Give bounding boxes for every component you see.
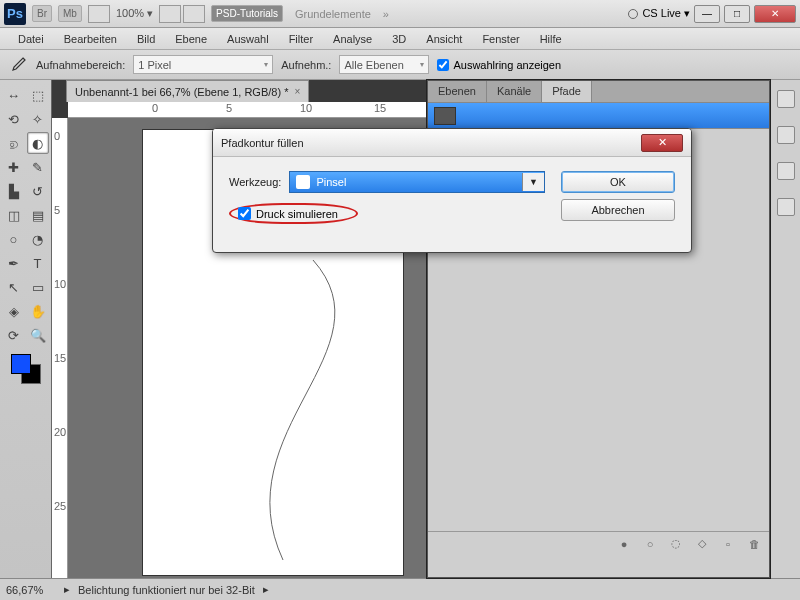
delete-path-icon[interactable]: 🗑 xyxy=(747,537,761,551)
heal-tool[interactable]: ✚ xyxy=(3,156,25,178)
simulate-pressure-label: Druck simulieren xyxy=(256,208,338,220)
path-sel-tool[interactable]: ↖ xyxy=(3,276,25,298)
cslive-menu[interactable]: CS Live ▾ xyxy=(642,7,690,20)
hand-tool[interactable]: ✋ xyxy=(27,300,49,322)
new-path-icon[interactable]: ▫ xyxy=(721,537,735,551)
sample-layers-select[interactable]: Alle Ebenen xyxy=(339,55,429,74)
options-bar: Aufnahmebereich: 1 Pixel Aufnehm.: Alle … xyxy=(0,50,800,80)
blur-tool[interactable]: ○ xyxy=(3,228,25,250)
tab-pfade[interactable]: Pfade xyxy=(542,81,592,102)
window-close[interactable]: ✕ xyxy=(754,5,796,23)
stroke-path-icon[interactable]: ○ xyxy=(643,537,657,551)
ruler-vertical[interactable]: 0 5 10 15 20 25 xyxy=(52,118,68,578)
status-message: Belichtung funktioniert nur bei 32-Bit xyxy=(78,584,255,596)
zoom-dropdown[interactable]: 100% ▾ xyxy=(112,7,157,20)
arrange-dropdown[interactable] xyxy=(159,5,181,23)
right-dock xyxy=(770,80,800,578)
stamp-tool[interactable]: ▙ xyxy=(3,180,25,202)
bridge-chip[interactable]: Br xyxy=(32,5,52,22)
title-bar: Ps Br Mb 100% ▾ PSD-Tutorials Grundeleme… xyxy=(0,0,800,28)
status-zoom[interactable]: 66,67% xyxy=(6,584,56,596)
status-arrow-icon[interactable]: ▸ xyxy=(263,583,269,596)
minibridge-chip[interactable]: Mb xyxy=(58,5,82,22)
sample-size-select[interactable]: 1 Pixel xyxy=(133,55,273,74)
dock-icon-4[interactable] xyxy=(777,198,795,216)
type-tool[interactable]: T xyxy=(27,252,49,274)
tool-label: Werkzeug: xyxy=(229,176,281,188)
gradient-tool[interactable]: ▤ xyxy=(27,204,49,226)
workspace-grundelemente[interactable]: Grundelemente xyxy=(289,8,377,20)
path-to-sel-icon[interactable]: ◌ xyxy=(669,537,683,551)
sel-to-path-icon[interactable]: ◇ xyxy=(695,537,709,551)
dialog-titlebar[interactable]: Pfadkontur füllen ✕ xyxy=(213,129,691,157)
rotate-tool[interactable]: ⟳ xyxy=(3,324,25,346)
dialog-close-button[interactable]: ✕ xyxy=(641,134,683,152)
dialog-title: Pfadkontur füllen xyxy=(221,137,304,149)
brush-icon xyxy=(296,175,310,189)
window-maximize[interactable]: □ xyxy=(724,5,750,23)
color-swatches[interactable] xyxy=(11,354,41,384)
menu-bar: Datei Bearbeiten Bild Ebene Auswahl Filt… xyxy=(0,28,800,50)
move-tool[interactable]: ↔ xyxy=(3,84,25,106)
3d-tool[interactable]: ◈ xyxy=(3,300,25,322)
simulate-pressure-checkbox[interactable]: Druck simulieren xyxy=(238,207,338,220)
lasso-tool[interactable]: ⟲ xyxy=(3,108,25,130)
toolbox: ↔ ⬚ ⟲ ✧ ⟄ ◐ ✚ ✎ ▙ ↺ ◫ ▤ ○ ◔ ✒ T ↖ ▭ ◈ ✋ … xyxy=(0,80,52,578)
panel-tabs: Ebenen Kanäle Pfade xyxy=(428,81,769,103)
document-tab[interactable]: Unbenannt-1 bei 66,7% (Ebene 1, RGB/8) *… xyxy=(66,80,309,102)
shape-tool[interactable]: ▭ xyxy=(27,276,49,298)
foreground-color-swatch[interactable] xyxy=(11,354,31,374)
tab-ebenen[interactable]: Ebenen xyxy=(428,81,487,102)
history-brush-tool[interactable]: ↺ xyxy=(27,180,49,202)
menu-analyse[interactable]: Analyse xyxy=(323,30,382,48)
menu-hilfe[interactable]: Hilfe xyxy=(530,30,572,48)
fill-path-icon[interactable]: ● xyxy=(617,537,631,551)
menu-ebene[interactable]: Ebene xyxy=(165,30,217,48)
brush-tool[interactable]: ✎ xyxy=(27,156,49,178)
marquee-tool[interactable]: ⬚ xyxy=(27,84,49,106)
sample-layers-label: Aufnehm.: xyxy=(281,59,331,71)
window-minimize[interactable]: — xyxy=(694,5,720,23)
workspace-more[interactable]: » xyxy=(383,8,389,20)
sample-ring-label: Auswahlring anzeigen xyxy=(453,59,561,71)
dodge-tool[interactable]: ◔ xyxy=(27,228,49,250)
menu-bild[interactable]: Bild xyxy=(127,30,165,48)
dock-icon-1[interactable] xyxy=(777,90,795,108)
cancel-button[interactable]: Abbrechen xyxy=(561,199,675,221)
dock-icon-3[interactable] xyxy=(777,162,795,180)
tab-kanaele[interactable]: Kanäle xyxy=(487,81,542,102)
ok-button[interactable]: OK xyxy=(561,171,675,193)
menu-datei[interactable]: Datei xyxy=(8,30,54,48)
crop-tool[interactable]: ⟄ xyxy=(3,132,25,154)
menu-auswahl[interactable]: Auswahl xyxy=(217,30,279,48)
panel-footer: ● ○ ◌ ◇ ▫ 🗑 xyxy=(428,531,769,555)
menu-bearbeiten[interactable]: Bearbeiten xyxy=(54,30,127,48)
tool-select[interactable]: Pinsel xyxy=(289,171,545,193)
simulate-pressure-input[interactable] xyxy=(238,207,251,220)
tool-select-value: Pinsel xyxy=(316,176,346,188)
photoshop-logo: Ps xyxy=(4,3,26,25)
dock-icon-2[interactable] xyxy=(777,126,795,144)
sample-ring-checkbox[interactable]: Auswahlring anzeigen xyxy=(437,59,561,71)
eyedropper-tool[interactable]: ◐ xyxy=(27,132,49,154)
eyedropper-tool-icon[interactable] xyxy=(8,55,28,75)
menu-fenster[interactable]: Fenster xyxy=(472,30,529,48)
pen-tool[interactable]: ✒ xyxy=(3,252,25,274)
document-tab-title: Unbenannt-1 bei 66,7% (Ebene 1, RGB/8) * xyxy=(75,86,288,98)
status-bar: 66,67% ▸ Belichtung funktioniert nur bei… xyxy=(0,578,800,600)
eraser-tool[interactable]: ◫ xyxy=(3,204,25,226)
menu-ansicht[interactable]: Ansicht xyxy=(416,30,472,48)
status-expand-icon[interactable]: ▸ xyxy=(64,583,70,596)
menu-3d[interactable]: 3D xyxy=(382,30,416,48)
zoom-tool[interactable]: 🔍 xyxy=(27,324,49,346)
screen-mode-dropdown[interactable] xyxy=(88,5,110,23)
sample-size-label: Aufnahmebereich: xyxy=(36,59,125,71)
path-row[interactable] xyxy=(428,103,769,129)
wand-tool[interactable]: ✧ xyxy=(27,108,49,130)
workspace-psd-tutorials[interactable]: PSD-Tutorials xyxy=(211,5,283,22)
menu-filter[interactable]: Filter xyxy=(279,30,323,48)
extras-dropdown[interactable] xyxy=(183,5,205,23)
sample-ring-input[interactable] xyxy=(437,59,449,71)
path-thumb xyxy=(434,107,456,125)
document-tab-close[interactable]: × xyxy=(294,86,300,97)
